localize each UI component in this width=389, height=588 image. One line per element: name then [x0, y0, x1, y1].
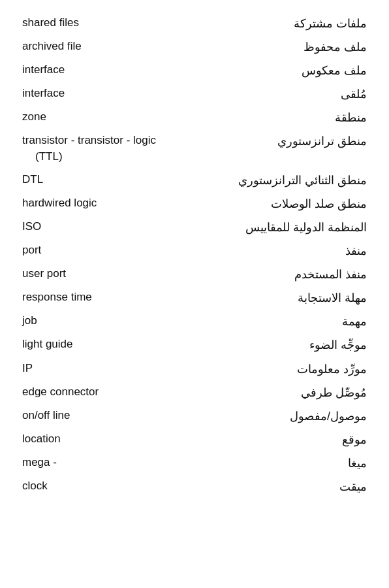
english-term-mega: mega -: [20, 451, 187, 475]
english-term-interface-1: interface: [20, 59, 187, 82]
arabic-term-job: مهمة: [187, 310, 369, 333]
english-term-dtl: DTL: [20, 169, 187, 192]
english-term-ttl: transistor - transistor - logic(TTL): [20, 129, 187, 168]
arabic-term-port: منفذ: [187, 239, 369, 263]
list-item: IPمورِّد معلومات: [20, 357, 369, 381]
glossary-table: shared filesملفات مشتركةarchived fileملف…: [20, 12, 369, 498]
list-item: DTLمنطق الثنائي الترانزستوري: [20, 169, 369, 192]
english-term-interface-2: interface: [20, 82, 187, 106]
arabic-term-dtl: منطق الثنائي الترانزستوري: [187, 169, 369, 192]
arabic-term-hardwired-logic: منطق صلد الوصلات: [187, 192, 369, 216]
list-item: locationموقع: [20, 428, 369, 451]
english-extra-ttl: (TTL): [22, 149, 185, 165]
list-item: interfaceمُلقى: [20, 82, 369, 106]
list-item: interfaceملف معكوس: [20, 59, 369, 82]
english-term-job: job: [20, 310, 187, 333]
list-item: on/off lineموصول/مفصول: [20, 404, 369, 428]
english-term-response-time: response time: [20, 286, 187, 310]
arabic-term-ip: مورِّد معلومات: [187, 357, 369, 381]
english-term-archived-file: archived file: [20, 35, 187, 59]
arabic-term-archived-file: ملف محفوظ: [187, 35, 369, 59]
english-term-zone: zone: [20, 106, 187, 129]
list-item: user portمنفذ المستخدم: [20, 263, 369, 286]
arabic-term-shared-files: ملفات مشتركة: [187, 12, 369, 35]
arabic-term-ttl: منطق ترانزستوري: [187, 129, 369, 168]
arabic-term-zone: منطقة: [187, 106, 369, 129]
list-item: zoneمنطقة: [20, 106, 369, 129]
list-item: clockميقت: [20, 475, 369, 498]
list-item: archived fileملف محفوظ: [20, 35, 369, 59]
arabic-term-interface-2: مُلقى: [187, 82, 369, 106]
english-term-clock: clock: [20, 475, 187, 498]
arabic-term-mega: ميغا: [187, 451, 369, 475]
english-term-shared-files: shared files: [20, 12, 187, 35]
english-term-light-guide: light guide: [20, 333, 187, 357]
arabic-term-location: موقع: [187, 428, 369, 451]
english-term-port: port: [20, 239, 187, 263]
list-item: jobمهمة: [20, 310, 369, 333]
arabic-term-edge-connector: مُوصِّل طرفي: [187, 381, 369, 404]
list-item: response timeمهلة الاستجابة: [20, 286, 369, 310]
list-item: mega -ميغا: [20, 451, 369, 475]
arabic-term-on-off-line: موصول/مفصول: [187, 404, 369, 428]
list-item: transistor - transistor - logic(TTL)منطق…: [20, 129, 369, 168]
arabic-term-response-time: مهلة الاستجابة: [187, 286, 369, 310]
list-item: portمنفذ: [20, 239, 369, 263]
list-item: ISOالمنظمة الدولية للمقاييس: [20, 216, 369, 239]
arabic-term-light-guide: موجِّه الضوء: [187, 333, 369, 357]
english-term-iso: ISO: [20, 216, 187, 239]
english-term-on-off-line: on/off line: [20, 404, 187, 428]
arabic-term-interface-1: ملف معكوس: [187, 59, 369, 82]
list-item: hardwired logicمنطق صلد الوصلات: [20, 192, 369, 216]
english-term-hardwired-logic: hardwired logic: [20, 192, 187, 216]
arabic-term-clock: ميقت: [187, 475, 369, 498]
list-item: light guideموجِّه الضوء: [20, 333, 369, 357]
english-term-ip: IP: [20, 357, 187, 381]
arabic-term-user-port: منفذ المستخدم: [187, 263, 369, 286]
english-term-edge-connector: edge connector: [20, 381, 187, 404]
list-item: edge connectorمُوصِّل طرفي: [20, 381, 369, 404]
list-item: shared filesملفات مشتركة: [20, 12, 369, 35]
english-term-user-port: user port: [20, 263, 187, 286]
arabic-term-iso: المنظمة الدولية للمقاييس: [187, 216, 369, 239]
english-term-location: location: [20, 428, 187, 451]
english-main-ttl: transistor - transistor - logic: [22, 134, 156, 146]
